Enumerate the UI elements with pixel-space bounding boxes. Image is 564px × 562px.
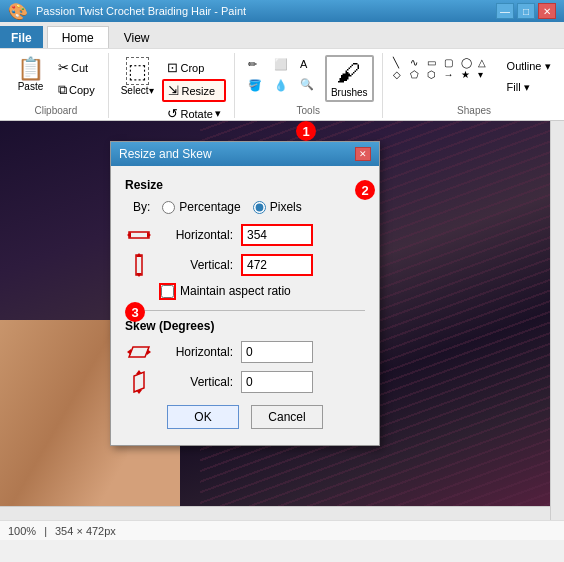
shape-ellipse[interactable]: ◯ <box>461 57 477 68</box>
tools-row2: ⬜ 💧 <box>269 55 293 95</box>
ribbon-group-clipboard: 📋 Paste ✂ Cut ⧉ Copy Clipboar <box>4 53 109 118</box>
fill-button[interactable]: 🪣 <box>243 76 267 95</box>
minimize-button[interactable]: — <box>496 3 514 19</box>
shape-star[interactable]: ★ <box>461 69 477 80</box>
horizontal-resize-icon <box>125 224 153 246</box>
tab-file[interactable]: File <box>0 26 43 48</box>
shape-triangle[interactable]: △ <box>478 57 494 68</box>
tools-label: Tools <box>297 103 320 116</box>
pixels-radio[interactable] <box>253 201 266 214</box>
paste-button[interactable]: 📋 Paste <box>12 55 49 95</box>
copy-button[interactable]: ⧉ Copy <box>53 79 100 101</box>
shape-rect[interactable]: ▭ <box>427 57 443 68</box>
brushes-icon: 🖌 <box>337 59 361 87</box>
shape-more[interactable]: ▾ <box>478 69 494 80</box>
zoom-level: 100% <box>8 525 36 537</box>
ribbon: File Home View 📋 Paste ✂ Cut <box>0 22 564 121</box>
ribbon-group-image: ⬚ Select ▾ ⊡ Crop ⇲ <box>109 53 235 118</box>
crop-icon: ⊡ <box>167 60 178 75</box>
dialog-title: Resize and Skew <box>119 147 212 161</box>
shapes-label: Shapes <box>457 103 491 116</box>
divider <box>125 310 365 311</box>
eraser-button[interactable]: ⬜ <box>269 55 293 74</box>
cut-button[interactable]: ✂ Cut <box>53 57 100 78</box>
color-picker-icon: 💧 <box>274 79 288 92</box>
cancel-button[interactable]: Cancel <box>251 405 323 429</box>
tab-view[interactable]: View <box>109 26 165 48</box>
title-bar: 🎨 Passion Twist Crochet Braiding Hair - … <box>0 0 564 22</box>
shape-curve[interactable]: ∿ <box>410 57 426 68</box>
image-dimensions: 354 × 472px <box>55 525 116 537</box>
shape-arrow[interactable]: → <box>444 69 460 80</box>
resize-label: Resize <box>181 85 215 97</box>
resize-button[interactable]: ⇲ Resize <box>162 79 225 102</box>
svg-marker-9 <box>134 372 144 392</box>
annotation-2-badge: 2 <box>355 180 375 200</box>
resize-icon: ⇲ <box>168 83 179 98</box>
vertical-skew-icon <box>125 371 153 393</box>
horizontal-skew-input[interactable] <box>241 341 313 363</box>
select-button[interactable]: ⬚ Select ▾ <box>117 55 159 98</box>
rotate-chevron: ▾ <box>215 107 221 120</box>
dialog-close-button[interactable]: ✕ <box>355 147 371 161</box>
brushes-button[interactable]: 🖌 Brushes <box>325 55 374 102</box>
crop-button[interactable]: ⊡ Crop <box>162 57 225 78</box>
pencil-button[interactable]: ✏ <box>243 55 267 74</box>
maintain-aspect-checkbox[interactable] <box>161 285 174 298</box>
shape-rounded-rect[interactable]: ▢ <box>444 57 460 68</box>
svg-marker-8 <box>147 349 151 355</box>
text-button[interactable]: A <box>295 55 319 73</box>
image-tools-col: ⊡ Crop ⇲ Resize ↺ Rotate ▾ <box>162 55 225 124</box>
color-picker-button[interactable]: 💧 <box>269 76 293 95</box>
outline-label: Outline ▾ <box>507 60 551 73</box>
modal-overlay: Resize and Skew ✕ Resize 2 By: <box>0 121 564 520</box>
pencil-icon: ✏ <box>248 58 257 71</box>
percentage-radio[interactable] <box>162 201 175 214</box>
horizontal-scrollbar[interactable] <box>0 506 550 520</box>
shapes-grid: ╲ ∿ ▭ ▢ ◯ △ ◇ ⬠ ⬡ → ★ ▾ <box>391 55 496 82</box>
ribbon-group-shapes: ╲ ∿ ▭ ▢ ◯ △ ◇ ⬠ ⬡ → ★ ▾ <box>383 53 564 118</box>
tools-row3: A 🔍 <box>295 55 319 94</box>
horizontal-skew-icon <box>125 341 153 363</box>
dialog-body: Resize 2 By: Percentage <box>111 166 379 445</box>
percentage-label: Percentage <box>179 200 240 214</box>
horizontal-label: Horizontal: <box>161 228 233 242</box>
ribbon-content: 📋 Paste ✂ Cut ⧉ Copy Clipboar <box>0 48 564 120</box>
skew-section-label: Skew (Degrees) <box>125 319 365 333</box>
shapes-content: ╲ ∿ ▭ ▢ ◯ △ ◇ ⬠ ⬡ → ★ ▾ <box>391 55 558 103</box>
maintain-aspect-label: Maintain aspect ratio <box>180 284 291 298</box>
close-button[interactable]: ✕ <box>538 3 556 19</box>
vertical-scrollbar[interactable] <box>550 121 564 520</box>
tools-buttons: ✏ 🪣 ⬜ 💧 <box>243 55 374 103</box>
scissors-icon: ✂ <box>58 60 69 75</box>
brushes-label: Brushes <box>331 87 368 98</box>
pixels-option[interactable]: Pixels <box>253 200 302 214</box>
ribbon-group-tools: ✏ 🪣 ⬜ 💧 <box>235 53 383 118</box>
shape-line[interactable]: ╲ <box>393 57 409 68</box>
outline-button[interactable]: Outline ▾ <box>502 57 556 76</box>
shape-diamond[interactable]: ◇ <box>393 69 409 80</box>
workspace: 1 Resize and Skew ✕ Resize 2 <box>0 121 564 520</box>
maximize-button[interactable]: □ <box>517 3 535 19</box>
shape-pentagon[interactable]: ⬠ <box>410 69 426 80</box>
vertical-resize-row: Vertical: <box>125 254 365 276</box>
ribbon-tabs: File Home View <box>0 22 564 48</box>
vertical-resize-input[interactable] <box>241 254 313 276</box>
pixels-label: Pixels <box>270 200 302 214</box>
select-label: Select ▾ <box>121 85 155 96</box>
horizontal-resize-input[interactable] <box>241 224 313 246</box>
fill-icon: 🪣 <box>248 79 262 92</box>
percentage-option[interactable]: Percentage <box>162 200 240 214</box>
clipboard-label: Clipboard <box>34 103 77 116</box>
tab-home[interactable]: Home <box>47 26 109 48</box>
tools-row1: ✏ 🪣 <box>243 55 267 95</box>
ok-button[interactable]: OK <box>167 405 239 429</box>
vertical-skew-input[interactable] <box>241 371 313 393</box>
paste-label: Paste <box>18 81 44 92</box>
clipboard-col: ✂ Cut ⧉ Copy <box>53 55 100 101</box>
shape-hex[interactable]: ⬡ <box>427 69 443 80</box>
vertical-label: Vertical: <box>161 258 233 272</box>
resize-section-label: Resize <box>125 178 365 192</box>
zoom-button[interactable]: 🔍 <box>295 75 319 94</box>
fill-color-button[interactable]: Fill ▾ <box>502 78 556 97</box>
